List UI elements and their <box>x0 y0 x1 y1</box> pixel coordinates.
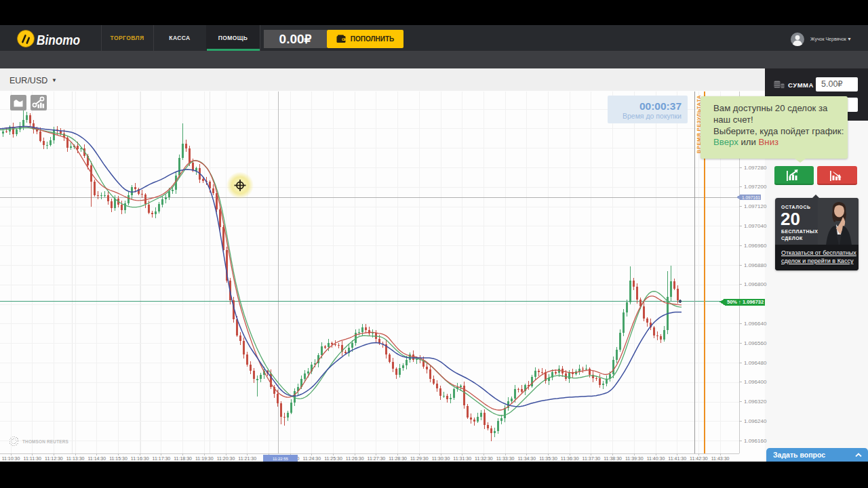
svg-text:11:20:30: 11:20:30 <box>217 456 235 461</box>
svg-text:11:43:30: 11:43:30 <box>711 456 730 461</box>
svg-text:11:19:30: 11:19:30 <box>195 456 214 461</box>
svg-text:1.097161: 1.097161 <box>742 195 760 200</box>
svg-text:11:18:30: 11:18:30 <box>174 456 192 461</box>
svg-text:11:17:30: 11:17:30 <box>153 456 171 461</box>
svg-text:11:40:30: 11:40:30 <box>647 456 665 461</box>
svg-text:1.096400: 1.096400 <box>744 379 767 385</box>
svg-text:11:13:30: 11:13:30 <box>66 456 85 461</box>
svg-text:1.096480: 1.096480 <box>744 360 767 366</box>
svg-text:11:22:55: 11:22:55 <box>273 457 289 461</box>
svg-text:11:38:30: 11:38:30 <box>604 456 622 461</box>
svg-text:11:14:30: 11:14:30 <box>87 456 106 461</box>
svg-text:11:16:30: 11:16:30 <box>131 456 149 461</box>
svg-text:11:12:30: 11:12:30 <box>45 456 63 461</box>
svg-text:11:29:30: 11:29:30 <box>410 456 429 461</box>
svg-text:11:30:30: 11:30:30 <box>432 456 450 461</box>
svg-text:11:25:30: 11:25:30 <box>324 456 342 461</box>
svg-text:1.096560: 1.096560 <box>744 340 767 346</box>
svg-text:1.096640: 1.096640 <box>744 321 767 327</box>
svg-text:11:37:30: 11:37:30 <box>583 456 601 461</box>
svg-text:1.097200: 1.097200 <box>744 184 767 190</box>
svg-text:11:34:30: 11:34:30 <box>517 456 536 461</box>
svg-text:11:21:30: 11:21:30 <box>238 456 256 461</box>
svg-text:11:24:30: 11:24:30 <box>302 456 321 461</box>
svg-text:1.096320: 1.096320 <box>744 399 767 405</box>
svg-text:1.096880: 1.096880 <box>744 262 767 268</box>
svg-text:11:26:30: 11:26:30 <box>346 456 364 461</box>
svg-text:1.097280: 1.097280 <box>744 165 767 171</box>
svg-text:11:36:30: 11:36:30 <box>561 456 579 461</box>
svg-text:1.096800: 1.096800 <box>744 281 767 287</box>
svg-text:1.097120: 1.097120 <box>744 203 767 209</box>
svg-text:1.096240: 1.096240 <box>744 418 767 424</box>
svg-text:11:27:30: 11:27:30 <box>368 456 386 461</box>
svg-text:50% ↑ 1.096732: 50% ↑ 1.096732 <box>727 299 764 305</box>
svg-text:11:42:30: 11:42:30 <box>690 456 708 461</box>
svg-text:11:32:30: 11:32:30 <box>475 456 493 461</box>
svg-text:1.097040: 1.097040 <box>744 223 767 229</box>
svg-text:11:33:30: 11:33:30 <box>496 456 515 461</box>
svg-text:11:11:30: 11:11:30 <box>24 456 41 461</box>
svg-text:1.096160: 1.096160 <box>744 438 767 444</box>
svg-text:1.096960: 1.096960 <box>744 243 767 249</box>
svg-text:11:35:30: 11:35:30 <box>539 456 557 461</box>
svg-text:11:41:30: 11:41:30 <box>668 456 686 461</box>
svg-text:11:28:30: 11:28:30 <box>389 456 407 461</box>
svg-text:11:31:30: 11:31:30 <box>453 456 471 461</box>
svg-text:11:39:30: 11:39:30 <box>625 456 644 461</box>
svg-text:THOMSON REUTERS: THOMSON REUTERS <box>22 439 69 444</box>
svg-text:11:10:30: 11:10:30 <box>2 456 20 461</box>
svg-text:11:15:30: 11:15:30 <box>109 456 127 461</box>
